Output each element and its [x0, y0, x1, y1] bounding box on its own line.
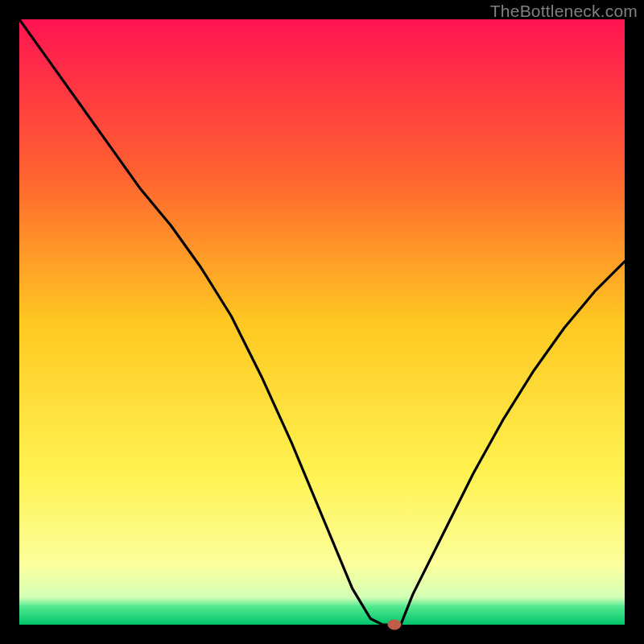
bottleneck-curve [19, 19, 625, 625]
optimal-marker [388, 620, 402, 630]
curve-path [19, 19, 625, 625]
watermark-text: TheBottleneck.com [490, 2, 638, 21]
chart-frame: TheBottleneck.com [0, 0, 644, 644]
plot-area [19, 19, 625, 625]
